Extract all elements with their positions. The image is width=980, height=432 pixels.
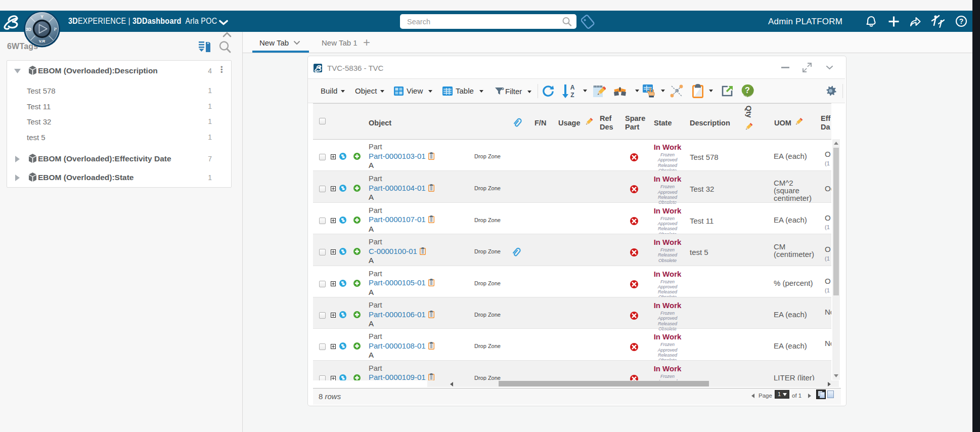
svg-text:Y: Y [40, 14, 43, 19]
svg-text:3D: 3D [26, 27, 31, 32]
svg-text:Z: Z [570, 92, 574, 98]
svg-text:?: ? [959, 17, 964, 25]
svg-text:i²: i² [54, 27, 57, 32]
svg-text:V.R: V.R [39, 39, 46, 44]
svg-text:?: ? [745, 86, 750, 95]
svg-text:A: A [570, 84, 575, 91]
